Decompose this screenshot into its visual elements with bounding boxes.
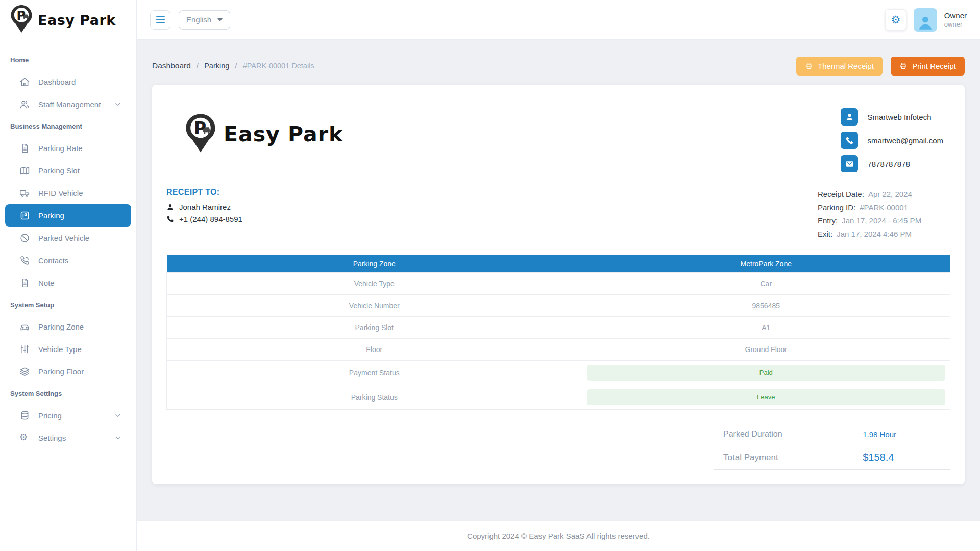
thermal-receipt-button[interactable]: Thermal Receipt	[796, 57, 883, 76]
printer-icon	[899, 62, 908, 70]
breadcrumb-parking[interactable]: Parking	[204, 62, 229, 70]
receipt-card: Easy Park Smartweb Infotech smartweb@gma…	[152, 85, 965, 484]
receipt-actions: Thermal Receipt Print Receipt	[796, 57, 965, 76]
sidebar-item-parking-zone[interactable]: Parking Zone	[5, 315, 131, 338]
sidebar-item-label: Parking Zone	[38, 322, 84, 331]
topbar: English ⚙ Owner owner	[137, 0, 980, 40]
sidebar-item-parking[interactable]: Parking	[5, 204, 131, 227]
total-payment-label: Total Payment	[714, 445, 853, 470]
table-header-parking-zone: Parking Zone	[167, 255, 582, 273]
sidebar-item-vehicle-type[interactable]: Vehicle Type	[5, 338, 131, 360]
sidebar-item-staff-management[interactable]: Staff Management	[5, 93, 131, 115]
entry-row: Entry:Jan 17, 2024 - 6:45 PM	[818, 214, 946, 228]
print-receipt-label: Print Receipt	[912, 62, 956, 70]
sidebar-item-parking-slot[interactable]: Parking Slot	[5, 159, 131, 182]
row-value-cell: Leave	[582, 385, 950, 410]
language-dropdown[interactable]: English	[179, 10, 230, 30]
note-icon	[19, 278, 30, 288]
sidebar-item-label: Parking Slot	[38, 166, 80, 175]
print-receipt-button[interactable]: Print Receipt	[891, 57, 965, 76]
chevron-down-icon	[114, 434, 122, 442]
sidebar-item-label: Parking Floor	[38, 367, 84, 376]
row-label: Vehicle Type	[167, 273, 582, 295]
table-row: Total Payment $158.4	[714, 445, 950, 470]
sidebar-item-parking-floor[interactable]: Parking Floor	[5, 360, 131, 383]
map-icon	[19, 165, 30, 176]
sidebar-item-contacts[interactable]: Contacts	[5, 249, 131, 271]
sidebar-section-system-setup: System Setup	[0, 294, 136, 315]
receipt-to-block: RECEIPT TO: Jonah Ramirez +1 (244) 894-8…	[166, 188, 242, 223]
sidebar-item-settings[interactable]: ⚙ Settings	[5, 427, 131, 449]
person-icon	[917, 14, 934, 32]
sliders-icon	[19, 344, 30, 355]
row-value: A1	[582, 317, 950, 339]
receipt-brand: Easy Park	[185, 113, 343, 155]
row-label: Parking Slot	[167, 317, 582, 339]
customer-phone-row: +1 (244) 894-8591	[166, 215, 242, 223]
sidebar-item-label: Vehicle Type	[38, 345, 82, 354]
sidebar-item-label: Note	[38, 279, 55, 287]
sidebar-item-label: RFID Vehicle	[38, 189, 83, 197]
breadcrumb-separator: /	[197, 61, 199, 70]
settings-button[interactable]: ⚙	[885, 9, 906, 31]
sidebar-item-dashboard[interactable]: Dashboard	[5, 70, 131, 93]
layers-icon	[19, 366, 30, 377]
sidebar-item-parked-vehicle[interactable]: Parked Vehicle	[5, 227, 131, 249]
person-icon	[841, 108, 858, 126]
topbar-right: ⚙ Owner owner	[885, 8, 967, 32]
sidebar-item-note[interactable]: Note	[5, 271, 131, 294]
envelope-icon	[841, 155, 858, 172]
ban-icon	[19, 233, 30, 243]
sidebar-item-parking-rate[interactable]: Parking Rate	[5, 137, 131, 159]
row-label: Payment Status	[167, 361, 582, 385]
receipt-brand-name: Easy Park	[224, 122, 343, 146]
sidebar-logo[interactable]: Easy Park	[0, 0, 136, 40]
parking-meter-icon	[19, 210, 30, 221]
truck-icon	[19, 188, 30, 198]
table-row: Parked Duration 1.98 Hour	[714, 423, 950, 445]
database-icon	[19, 410, 30, 421]
user-block[interactable]: Owner owner	[944, 11, 967, 28]
parked-duration-label: Parked Duration	[714, 423, 853, 445]
company-name: Smartweb Infotech	[867, 113, 931, 121]
table-row: Payment Status Paid	[167, 361, 950, 385]
receipt-date-value: Apr 22, 2024	[868, 190, 912, 198]
table-row: Floor Ground Floor	[167, 339, 950, 361]
sidebar-item-label: Dashboard	[38, 78, 76, 86]
status-badge: Paid	[587, 365, 945, 381]
total-payment-value: $158.4	[853, 445, 950, 470]
sidebar-item-label: Staff Management	[38, 100, 101, 109]
page-content: Dashboard / Parking / #PARK-00001 Detail…	[137, 40, 980, 520]
customer-phone: +1 (244) 894-8591	[179, 215, 242, 223]
row-label: Floor	[167, 339, 582, 361]
breadcrumb-dashboard[interactable]: Dashboard	[152, 61, 191, 70]
sidebar-nav: Home Dashboard Staff Management Business…	[0, 40, 136, 449]
printer-icon	[805, 62, 813, 70]
row-label: Vehicle Number	[167, 295, 582, 317]
exit-label: Exit:	[818, 230, 832, 238]
receipt-date-label: Receipt Date:	[818, 190, 864, 198]
breadcrumb-row: Dashboard / Parking / #PARK-00001 Detail…	[152, 40, 965, 85]
sidebar-item-label: Settings	[38, 434, 66, 442]
thermal-receipt-label: Thermal Receipt	[818, 62, 874, 70]
company-phone: 7878787878	[867, 160, 910, 168]
avatar[interactable]	[914, 8, 937, 32]
person-icon	[166, 203, 174, 211]
exit-value: Jan 17, 2024 4:46 PM	[837, 230, 912, 238]
company-contact-list: Smartweb Infotech smartweb@gmail.com 787…	[841, 108, 943, 172]
sidebar-item-rfid-vehicle[interactable]: RFID Vehicle	[5, 182, 131, 204]
brand-name: Easy Park	[38, 12, 116, 28]
sidebar-item-label: Parking	[38, 211, 64, 220]
sidebar-section-system-settings: System Settings	[0, 383, 136, 404]
sidebar-item-pricing[interactable]: Pricing	[5, 404, 131, 427]
chevron-down-icon	[114, 411, 122, 419]
sidebar-toggle-button[interactable]	[150, 10, 170, 30]
caret-down-icon	[217, 18, 223, 21]
hamburger-icon	[156, 16, 165, 18]
user-name: Owner	[944, 11, 967, 20]
user-role: owner	[944, 20, 967, 28]
customer-name: Jonah Ramirez	[179, 203, 231, 211]
sidebar-item-label: Contacts	[38, 256, 68, 265]
table-header-zone-value: MetroPark Zone	[582, 255, 950, 273]
totals-table: Parked Duration 1.98 Hour Total Payment …	[714, 423, 950, 470]
